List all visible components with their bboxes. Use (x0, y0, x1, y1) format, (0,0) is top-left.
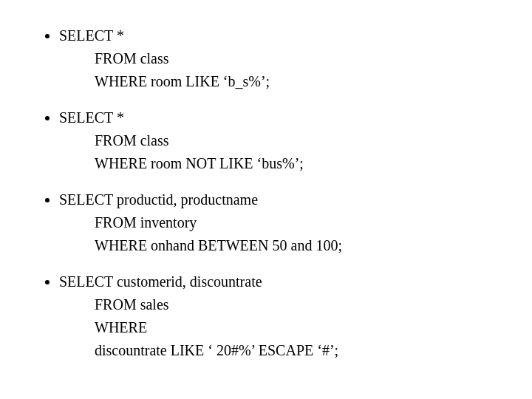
sql-list: SELECT * FROM class WHERE room LIKE ‘b_s… (37, 24, 495, 362)
line-3-3: WHERE onhand BETWEEN 50 and 100; (59, 234, 495, 257)
line-4-4: discountrate LIKE ‘ 20#%’ ESCAPE ‘#’; (59, 339, 495, 362)
line-3-1: SELECT productid, productname (59, 191, 258, 208)
line-1-3: WHERE room LIKE ‘b_s%’; (59, 70, 495, 93)
main-content: SELECT * FROM class WHERE room LIKE ‘b_s… (37, 24, 495, 375)
line-1-2: FROM class (59, 47, 495, 70)
line-2-2: FROM class (59, 129, 495, 152)
line-4-3: WHERE (59, 316, 495, 339)
line-3-2: FROM inventory (59, 211, 495, 234)
list-item: SELECT * FROM class WHERE room LIKE ‘b_s… (59, 24, 495, 93)
line-4-2: FROM sales (59, 293, 495, 316)
list-item: SELECT productid, productname FROM inven… (59, 188, 495, 257)
list-item: SELECT * FROM class WHERE room NOT LIKE … (59, 106, 495, 175)
line-2-3: WHERE room NOT LIKE ‘bus%’; (59, 152, 495, 175)
line-4-1: SELECT customerid, discountrate (59, 273, 262, 290)
line-1-1: SELECT * (59, 27, 124, 44)
line-2-1: SELECT * (59, 109, 124, 126)
list-item: SELECT customerid, discountrate FROM sal… (59, 270, 495, 362)
